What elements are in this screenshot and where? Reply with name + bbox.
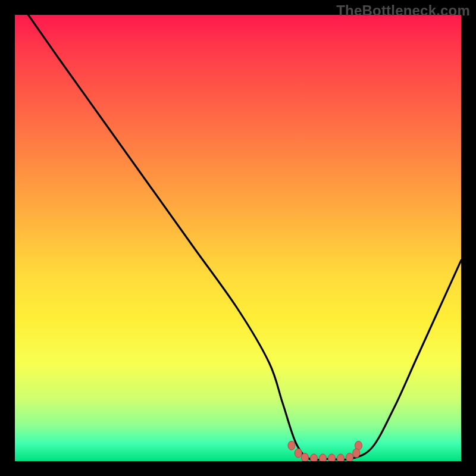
plot-area <box>15 15 461 461</box>
marker-group <box>288 441 362 461</box>
bottleneck-curve-path <box>29 15 462 460</box>
curve-marker <box>337 454 345 461</box>
chart-frame: TheBottleneck.com <box>0 0 476 476</box>
watermark-text: TheBottleneck.com <box>336 2 470 19</box>
curve-marker <box>311 454 318 461</box>
curve-marker <box>320 454 327 461</box>
curve-marker <box>353 449 360 458</box>
curve-marker <box>346 453 353 462</box>
curve-marker <box>302 453 309 462</box>
curve-marker <box>328 454 336 461</box>
curve-marker <box>295 449 302 458</box>
curve-marker <box>288 441 295 450</box>
bottleneck-curve-svg <box>15 15 461 461</box>
